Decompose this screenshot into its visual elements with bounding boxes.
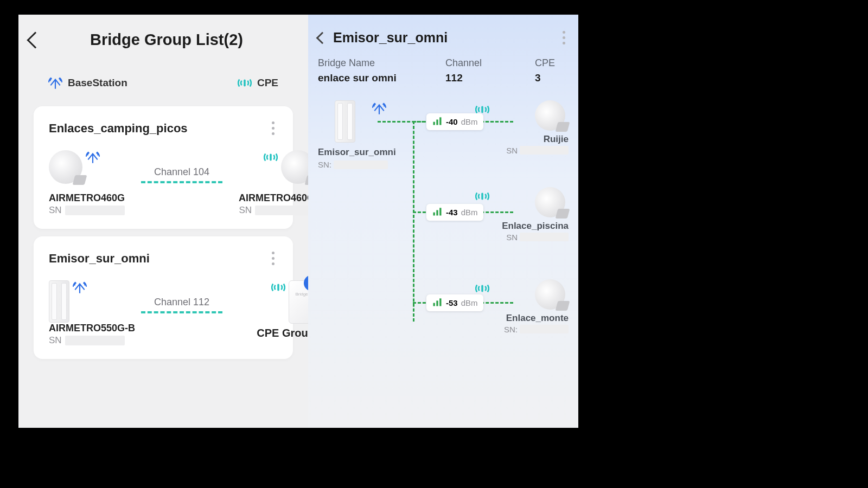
sn-redacted bbox=[520, 325, 569, 333]
cpe-name: Enlace_monte bbox=[493, 313, 569, 324]
card-menu-button[interactable] bbox=[269, 248, 278, 268]
basestation-icon bbox=[73, 280, 87, 297]
sn-redacted bbox=[334, 160, 388, 169]
bridge-name-value: enlace sur omni bbox=[318, 72, 445, 84]
signal-pill: -53 dBm bbox=[426, 294, 483, 311]
cpe-node[interactable]: Enlace_monte SN: bbox=[493, 279, 569, 334]
sn-redacted bbox=[520, 233, 569, 241]
signal-value: -40 bbox=[446, 117, 458, 126]
signal-bars-icon bbox=[432, 115, 443, 128]
sn-redacted bbox=[520, 146, 569, 155]
dish-icon bbox=[49, 150, 82, 184]
basestation-icon bbox=[48, 76, 62, 90]
signal-pill: -43 dBm bbox=[426, 204, 483, 221]
signal-value: -43 bbox=[446, 208, 458, 217]
sn-label: SN bbox=[239, 205, 252, 216]
bridge-name-label: Bridge Name bbox=[318, 57, 445, 69]
link-line bbox=[141, 311, 222, 313]
sn-redacted bbox=[65, 206, 125, 215]
omni-antenna-icon bbox=[335, 100, 355, 143]
cpe-node[interactable]: Ruijie SN bbox=[493, 100, 569, 155]
device-model: AIRMETRO550G-B bbox=[49, 323, 135, 334]
sn-label: SN bbox=[49, 205, 62, 216]
card-title: Emisor_sur_omni bbox=[49, 252, 150, 266]
detail-menu-button[interactable] bbox=[559, 28, 569, 48]
device-model: AIRMETRO460G bbox=[49, 192, 125, 204]
sn-label: SN bbox=[506, 146, 518, 155]
channel-value: 112 bbox=[445, 72, 535, 84]
sn-label: SN: bbox=[318, 160, 331, 169]
sn-redacted bbox=[65, 336, 125, 345]
channel-label: Channel bbox=[445, 57, 535, 69]
channel-label: Channel 112 bbox=[154, 297, 209, 308]
legend-basestation: BaseStation bbox=[68, 77, 127, 89]
cpe-name: Ruijie bbox=[493, 134, 569, 145]
signal-pill: -40 dBm bbox=[426, 113, 483, 130]
detail-back-button[interactable] bbox=[316, 31, 329, 44]
cpe-icon bbox=[238, 76, 252, 90]
signal-bars-icon bbox=[432, 297, 443, 309]
cpe-icon bbox=[475, 281, 489, 298]
cpe-count-value: 3 bbox=[535, 72, 541, 84]
sn-redacted bbox=[255, 206, 308, 215]
cpe-icon bbox=[475, 102, 489, 119]
channel-label: Channel 104 bbox=[154, 166, 209, 178]
signal-unit: dBm bbox=[461, 208, 478, 217]
detail-title: Emisor_sur_omni bbox=[333, 30, 553, 46]
card-menu-button[interactable] bbox=[269, 118, 278, 138]
master-name: Emisor_sur_omni bbox=[318, 147, 399, 158]
basestation-icon bbox=[372, 101, 386, 118]
link-line bbox=[141, 181, 222, 183]
legend-row: BaseStation CPE bbox=[29, 76, 297, 99]
bridge-group-card[interactable]: Emisor_sur_omni AIRMETRO550G-B SN C bbox=[34, 236, 293, 359]
cpe-icon bbox=[264, 150, 278, 166]
card-title: Enlaces_camping_picos bbox=[49, 121, 188, 136]
sn-label: SN bbox=[49, 335, 62, 346]
cpe-count-label: CPE bbox=[535, 57, 555, 69]
cpe-icon bbox=[475, 189, 489, 206]
master-node[interactable]: Emisor_sur_omni SN: bbox=[318, 100, 399, 169]
dish-icon bbox=[535, 187, 565, 217]
cpe-name: Enlace_piscina bbox=[493, 221, 569, 232]
dish-icon bbox=[535, 100, 565, 131]
sn-label: SN: bbox=[504, 325, 518, 334]
signal-value: -53 bbox=[446, 298, 458, 307]
cpe-node[interactable]: Enlace_piscina SN bbox=[493, 187, 569, 242]
legend-cpe: CPE bbox=[257, 77, 278, 89]
cpe-group-label: CPE Group bbox=[257, 327, 308, 339]
signal-bars-icon bbox=[432, 206, 443, 219]
page-title: Bridge Group List(2) bbox=[58, 31, 276, 49]
omni-antenna-icon bbox=[49, 280, 69, 323]
back-button[interactable] bbox=[27, 31, 43, 48]
cpe-icon bbox=[271, 280, 285, 297]
dish-icon bbox=[281, 150, 308, 184]
dish-icon bbox=[535, 279, 565, 310]
device-model: AIRMETRO460G bbox=[239, 192, 308, 204]
sn-label: SN bbox=[506, 233, 518, 242]
link-line bbox=[413, 121, 414, 322]
bridge-group-card[interactable]: Enlaces_camping_picos AIRMETRO460G SN bbox=[34, 106, 293, 229]
basestation-icon bbox=[86, 150, 100, 166]
signal-unit: dBm bbox=[461, 298, 478, 307]
